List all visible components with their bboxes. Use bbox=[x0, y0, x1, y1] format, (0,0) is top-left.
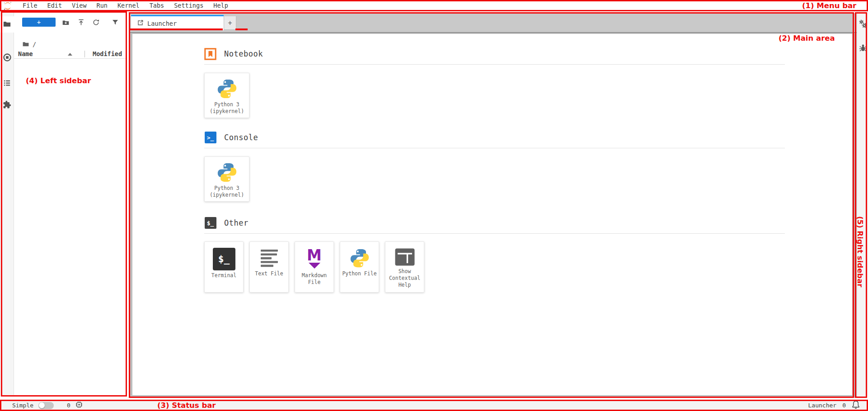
stop-circle-icon bbox=[3, 53, 12, 64]
menu-kernel[interactable]: Kernel bbox=[113, 0, 145, 11]
menu-settings[interactable]: Settings bbox=[169, 0, 208, 11]
launcher-card-contextual-help[interactable]: Show Contextual Help bbox=[385, 241, 424, 293]
launcher-card-python-file[interactable]: Python File bbox=[340, 241, 379, 293]
tab-launcher[interactable]: Launcher bbox=[131, 15, 224, 30]
launcher-card-console-python3[interactable]: Python 3 (ipykernel) bbox=[204, 156, 249, 202]
section-title: Console bbox=[224, 133, 258, 142]
folder-icon bbox=[22, 40, 29, 49]
status-bar: Simple 0 Launcher 0 bbox=[0, 400, 868, 411]
column-separator bbox=[84, 51, 85, 57]
file-browser-panel: + bbox=[14, 11, 127, 397]
file-list-empty-area bbox=[14, 59, 127, 397]
notifications-count: 0 bbox=[842, 402, 846, 409]
card-label: Terminal bbox=[210, 272, 238, 279]
add-tab-button[interactable]: + bbox=[224, 16, 236, 30]
card-label: Text File bbox=[253, 270, 284, 277]
list-icon bbox=[3, 79, 11, 89]
card-label: Python 3 (ipykernel) bbox=[205, 185, 249, 198]
sidebar-tab-file-browser[interactable] bbox=[0, 16, 14, 33]
section-header-other: $_ Other bbox=[204, 217, 852, 229]
refresh-icon[interactable] bbox=[92, 19, 100, 26]
simple-mode-label: Simple bbox=[12, 402, 33, 409]
python-logo-icon bbox=[216, 78, 238, 99]
menu-file[interactable]: File bbox=[18, 0, 42, 11]
menu-run[interactable]: Run bbox=[92, 0, 113, 11]
column-header-modified[interactable]: Modified bbox=[93, 50, 122, 57]
menu-tabs[interactable]: Tabs bbox=[145, 0, 169, 11]
section-header-notebook: Notebook bbox=[204, 47, 852, 60]
card-label: Show Contextual Help bbox=[385, 268, 424, 289]
sidebar-tab-running[interactable] bbox=[0, 50, 14, 66]
menu-bar: File Edit View Run Kernel Tabs Settings … bbox=[0, 0, 868, 11]
breadcrumb[interactable]: / bbox=[22, 39, 36, 49]
sidebar-tab-debugger[interactable] bbox=[857, 41, 868, 57]
console-icon: >_ bbox=[204, 132, 216, 144]
menu-view[interactable]: View bbox=[67, 0, 92, 11]
contextual-help-icon bbox=[394, 248, 415, 266]
launcher-panel: Notebook Python 3 (ipykern bbox=[132, 34, 852, 395]
markdown-icon: M bbox=[307, 248, 322, 270]
card-label: Python 3 (ipykernel) bbox=[205, 101, 249, 115]
breadcrumb-root[interactable]: / bbox=[33, 41, 36, 48]
filter-icon[interactable] bbox=[112, 19, 119, 26]
launcher-card-text-file[interactable]: Text File bbox=[249, 241, 289, 293]
bug-icon bbox=[859, 43, 868, 54]
folder-icon bbox=[3, 19, 11, 30]
tab-bar: Launcher + bbox=[130, 13, 857, 33]
notebook-icon bbox=[204, 48, 216, 60]
tab-label: Launcher bbox=[147, 20, 177, 27]
new-launcher-button[interactable]: + bbox=[22, 18, 56, 27]
card-label: Python File bbox=[341, 270, 378, 277]
launcher-card-terminal[interactable]: $_ Terminal bbox=[204, 241, 244, 293]
python-logo-icon bbox=[349, 248, 370, 269]
menu-edit[interactable]: Edit bbox=[42, 0, 67, 11]
left-activity-bar bbox=[0, 11, 14, 397]
file-list-header: Name Modified bbox=[14, 50, 127, 59]
column-header-name[interactable]: Name bbox=[18, 50, 33, 57]
python-logo-icon bbox=[216, 162, 238, 183]
launcher-tab-icon bbox=[137, 19, 144, 28]
simple-mode-toggle[interactable] bbox=[38, 402, 54, 409]
kernels-count: 0 bbox=[67, 402, 70, 409]
right-activity-bar bbox=[857, 11, 868, 397]
terminal-icon: $_ bbox=[204, 217, 216, 229]
kernel-chip-icon[interactable] bbox=[75, 401, 83, 410]
jupyterlab-window: File Edit View Run Kernel Tabs Settings … bbox=[0, 0, 868, 411]
terminal-icon: $_ bbox=[213, 248, 235, 270]
gears-icon bbox=[859, 19, 868, 30]
status-context-label: Launcher bbox=[808, 402, 837, 409]
text-file-icon bbox=[259, 248, 280, 269]
jupyter-logo-icon bbox=[3, 1, 12, 10]
upload-icon[interactable] bbox=[77, 19, 85, 26]
card-label: Markdown File bbox=[295, 272, 333, 286]
sort-ascending-icon bbox=[68, 53, 72, 56]
section-title: Notebook bbox=[224, 49, 263, 58]
main-work-area: Launcher + Notebook bbox=[130, 13, 857, 398]
section-header-console: >_ Console bbox=[204, 131, 852, 144]
launcher-card-markdown-file[interactable]: M Markdown File bbox=[295, 241, 334, 293]
new-folder-icon[interactable] bbox=[62, 19, 70, 26]
file-browser-toolbar: + bbox=[14, 11, 127, 28]
bell-icon[interactable] bbox=[852, 400, 860, 411]
launcher-card-notebook-python3[interactable]: Python 3 (ipykernel) bbox=[204, 73, 249, 118]
sidebar-tab-extensions[interactable] bbox=[0, 97, 14, 113]
sidebar-tab-property-inspector[interactable] bbox=[857, 17, 868, 33]
section-title: Other bbox=[224, 218, 249, 227]
puzzle-icon bbox=[3, 100, 11, 111]
sidebar-tab-table-of-contents[interactable] bbox=[0, 76, 14, 92]
menu-help[interactable]: Help bbox=[208, 0, 233, 11]
